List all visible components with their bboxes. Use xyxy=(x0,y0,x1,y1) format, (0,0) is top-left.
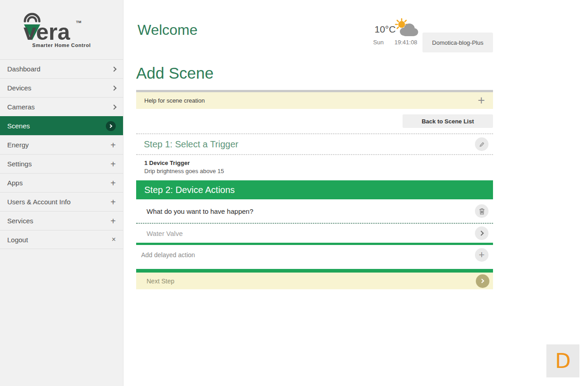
trigger-detail: Drip brightness goes above 15 xyxy=(144,168,493,174)
action-question-label: What do you want to have happen? xyxy=(147,207,253,215)
d-letter: D xyxy=(555,349,571,373)
sidebar-item-label: Cameras xyxy=(7,103,35,111)
sidebar-item-label: Services xyxy=(7,217,33,225)
logo-tagline: Smarter Home Control xyxy=(32,42,90,48)
next-step-label: Next Step xyxy=(147,278,174,285)
welcome-title: Welcome xyxy=(138,22,198,38)
open-device-action-button[interactable] xyxy=(475,226,488,240)
sidebar-item-label: Scenes xyxy=(7,122,30,130)
sidebar-item-apps[interactable]: Apps + xyxy=(0,173,123,192)
brand-text: vera xyxy=(24,19,71,42)
sidebar-item-dashboard[interactable]: Dashboard xyxy=(0,59,123,78)
sidebar-item-label: Logout xyxy=(7,236,28,244)
trash-icon xyxy=(479,208,485,215)
sidebar-item-label: Users & Account Info xyxy=(7,198,71,206)
trigger-summary: 1 Device Trigger xyxy=(144,160,493,166)
step2-title: Step 2: Device Actions xyxy=(144,185,235,195)
chevron-right-circle-icon xyxy=(106,121,116,131)
help-bar[interactable]: Help for scene creation + xyxy=(136,90,493,109)
plus-icon: + xyxy=(479,250,485,260)
header: Welcome 10°C xyxy=(136,0,493,90)
plus-icon: + xyxy=(110,179,116,188)
expand-help-plus-icon[interactable]: + xyxy=(478,94,485,107)
sidebar: vera TM Smarter Home Control Dashboard D… xyxy=(0,0,123,386)
sidebar-item-devices[interactable]: Devices xyxy=(0,78,123,97)
spacer xyxy=(136,265,493,269)
d-bookmark-widget[interactable]: D xyxy=(546,344,579,377)
pencil-icon xyxy=(479,141,485,148)
chevron-right-icon xyxy=(111,85,116,90)
device-action-row[interactable]: Water Valve xyxy=(136,224,493,243)
sidebar-item-users-account-info[interactable]: Users & Account Info + xyxy=(0,192,123,211)
next-step-button[interactable] xyxy=(476,274,489,288)
temperature-label: 10°C xyxy=(375,24,396,35)
plus-icon: + xyxy=(110,160,116,169)
device-name-label: Water Valve xyxy=(147,230,183,237)
back-to-scene-list-button[interactable]: Back to Scene List xyxy=(403,114,493,128)
plus-icon: + xyxy=(110,198,116,207)
next-step-row[interactable]: Next Step xyxy=(136,273,493,289)
time-label: 19:41:08 xyxy=(394,39,417,46)
main-area: Welcome 10°C xyxy=(124,0,588,386)
chevron-right-icon xyxy=(480,279,484,283)
day-label: Sun xyxy=(373,39,384,46)
plus-icon: + xyxy=(110,141,116,150)
sidebar-item-scenes[interactable]: Scenes xyxy=(0,116,123,135)
chevron-right-icon xyxy=(111,66,116,71)
trigger-info: 1 Device Trigger Drip brightness goes ab… xyxy=(136,155,493,180)
action-question-row: What do you want to have happen? xyxy=(136,199,493,223)
vera-logo-mark: vera TM xyxy=(24,11,100,42)
add-delayed-action-label: Add delayed action xyxy=(141,251,195,259)
back-row: Back to Scene List xyxy=(136,109,493,133)
sidebar-item-services[interactable]: Services + xyxy=(0,211,123,230)
chevron-right-icon xyxy=(109,124,112,127)
trademark-text: TM xyxy=(76,20,81,24)
plus-icon: + xyxy=(110,217,116,226)
step1-header: Step 1: Select a Trigger xyxy=(136,134,493,154)
chevron-right-icon xyxy=(111,104,116,109)
help-label: Help for scene creation xyxy=(144,97,205,104)
delete-action-button[interactable] xyxy=(475,204,488,218)
green-divider xyxy=(136,269,493,273)
edit-trigger-button[interactable] xyxy=(475,137,488,151)
next-step-block: Next Step xyxy=(136,269,493,289)
sidebar-item-label: Apps xyxy=(7,179,23,187)
sidebar-nav: Dashboard Devices Cameras Scenes Energy … xyxy=(0,59,123,249)
add-delayed-action-row[interactable]: Add delayed action + xyxy=(136,245,493,265)
sidebar-item-label: Energy xyxy=(7,141,29,149)
step1-title: Step 1: Select a Trigger xyxy=(144,139,238,150)
sidebar-item-label: Dashboard xyxy=(7,65,40,73)
sidebar-item-energy[interactable]: Energy + xyxy=(0,135,123,154)
sidebar-item-cameras[interactable]: Cameras xyxy=(0,97,123,116)
step2-header: Step 2: Device Actions xyxy=(136,180,493,199)
sidebar-item-logout[interactable]: Logout × xyxy=(0,230,123,249)
page-title: Add Scene xyxy=(136,64,213,82)
sun-cloud-weather-icon xyxy=(394,18,419,40)
chevron-right-icon xyxy=(479,231,484,235)
sidebar-item-label: Settings xyxy=(7,160,32,168)
content-column: Welcome 10°C xyxy=(136,0,493,289)
close-icon: × xyxy=(112,236,116,243)
sidebar-item-settings[interactable]: Settings + xyxy=(0,154,123,173)
sidebar-item-label: Devices xyxy=(7,84,31,92)
add-delayed-action-button[interactable]: + xyxy=(475,248,488,262)
vera-logo[interactable]: vera TM Smarter Home Control xyxy=(0,0,123,59)
controller-button[interactable]: Domotica-blog-Plus xyxy=(422,33,493,52)
